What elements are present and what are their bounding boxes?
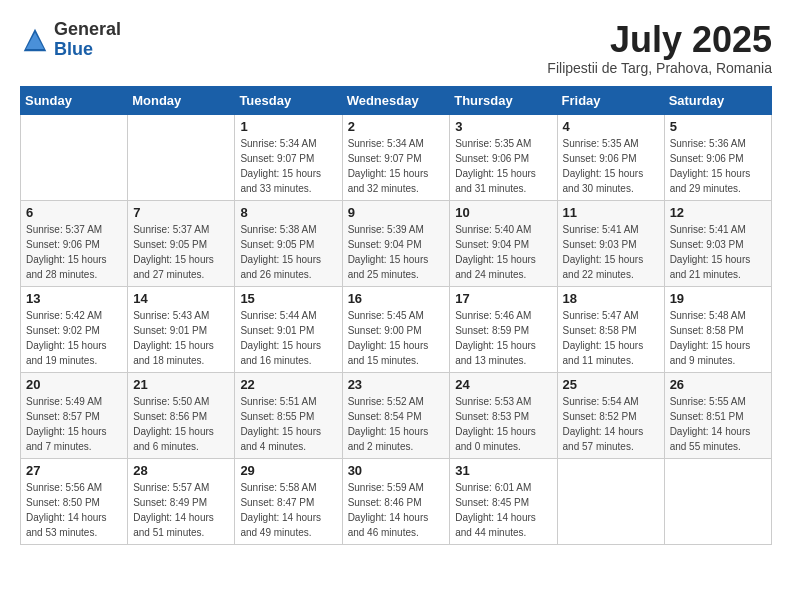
day-info: Sunrise: 6:01 AM Sunset: 8:45 PM Dayligh… <box>455 480 551 540</box>
day-info: Sunrise: 5:47 AM Sunset: 8:58 PM Dayligh… <box>563 308 659 368</box>
calendar-cell: 10Sunrise: 5:40 AM Sunset: 9:04 PM Dayli… <box>450 200 557 286</box>
day-info: Sunrise: 5:35 AM Sunset: 9:06 PM Dayligh… <box>455 136 551 196</box>
day-info: Sunrise: 5:52 AM Sunset: 8:54 PM Dayligh… <box>348 394 445 454</box>
day-info: Sunrise: 5:46 AM Sunset: 8:59 PM Dayligh… <box>455 308 551 368</box>
day-number: 24 <box>455 377 551 392</box>
day-number: 11 <box>563 205 659 220</box>
svg-marker-1 <box>26 32 44 49</box>
day-info: Sunrise: 5:57 AM Sunset: 8:49 PM Dayligh… <box>133 480 229 540</box>
day-info: Sunrise: 5:43 AM Sunset: 9:01 PM Dayligh… <box>133 308 229 368</box>
calendar-cell: 18Sunrise: 5:47 AM Sunset: 8:58 PM Dayli… <box>557 286 664 372</box>
day-info: Sunrise: 5:59 AM Sunset: 8:46 PM Dayligh… <box>348 480 445 540</box>
day-number: 23 <box>348 377 445 392</box>
calendar-week-1: 1Sunrise: 5:34 AM Sunset: 9:07 PM Daylig… <box>21 114 772 200</box>
day-number: 12 <box>670 205 766 220</box>
calendar-cell: 7Sunrise: 5:37 AM Sunset: 9:05 PM Daylig… <box>128 200 235 286</box>
logo: General Blue <box>20 20 121 60</box>
calendar-week-4: 20Sunrise: 5:49 AM Sunset: 8:57 PM Dayli… <box>21 372 772 458</box>
calendar-cell: 28Sunrise: 5:57 AM Sunset: 8:49 PM Dayli… <box>128 458 235 544</box>
day-number: 28 <box>133 463 229 478</box>
day-number: 3 <box>455 119 551 134</box>
calendar-cell: 9Sunrise: 5:39 AM Sunset: 9:04 PM Daylig… <box>342 200 450 286</box>
day-number: 31 <box>455 463 551 478</box>
day-number: 20 <box>26 377 122 392</box>
day-info: Sunrise: 5:42 AM Sunset: 9:02 PM Dayligh… <box>26 308 122 368</box>
calendar-week-5: 27Sunrise: 5:56 AM Sunset: 8:50 PM Dayli… <box>21 458 772 544</box>
column-header-monday: Monday <box>128 86 235 114</box>
calendar-cell: 17Sunrise: 5:46 AM Sunset: 8:59 PM Dayli… <box>450 286 557 372</box>
calendar-header-row: SundayMondayTuesdayWednesdayThursdayFrid… <box>21 86 772 114</box>
calendar-cell: 27Sunrise: 5:56 AM Sunset: 8:50 PM Dayli… <box>21 458 128 544</box>
day-info: Sunrise: 5:39 AM Sunset: 9:04 PM Dayligh… <box>348 222 445 282</box>
column-header-wednesday: Wednesday <box>342 86 450 114</box>
day-number: 4 <box>563 119 659 134</box>
calendar-cell: 31Sunrise: 6:01 AM Sunset: 8:45 PM Dayli… <box>450 458 557 544</box>
calendar-cell: 14Sunrise: 5:43 AM Sunset: 9:01 PM Dayli… <box>128 286 235 372</box>
calendar-cell: 12Sunrise: 5:41 AM Sunset: 9:03 PM Dayli… <box>664 200 771 286</box>
calendar-cell: 21Sunrise: 5:50 AM Sunset: 8:56 PM Dayli… <box>128 372 235 458</box>
calendar-cell: 26Sunrise: 5:55 AM Sunset: 8:51 PM Dayli… <box>664 372 771 458</box>
day-info: Sunrise: 5:37 AM Sunset: 9:06 PM Dayligh… <box>26 222 122 282</box>
day-info: Sunrise: 5:45 AM Sunset: 9:00 PM Dayligh… <box>348 308 445 368</box>
day-info: Sunrise: 5:54 AM Sunset: 8:52 PM Dayligh… <box>563 394 659 454</box>
day-info: Sunrise: 5:36 AM Sunset: 9:06 PM Dayligh… <box>670 136 766 196</box>
calendar-cell <box>128 114 235 200</box>
day-number: 15 <box>240 291 336 306</box>
logo-text: General Blue <box>54 20 121 60</box>
day-number: 21 <box>133 377 229 392</box>
location: Filipestii de Targ, Prahova, Romania <box>547 60 772 76</box>
day-info: Sunrise: 5:40 AM Sunset: 9:04 PM Dayligh… <box>455 222 551 282</box>
calendar-cell: 6Sunrise: 5:37 AM Sunset: 9:06 PM Daylig… <box>21 200 128 286</box>
column-header-friday: Friday <box>557 86 664 114</box>
day-info: Sunrise: 5:37 AM Sunset: 9:05 PM Dayligh… <box>133 222 229 282</box>
day-number: 9 <box>348 205 445 220</box>
day-number: 26 <box>670 377 766 392</box>
calendar-cell: 3Sunrise: 5:35 AM Sunset: 9:06 PM Daylig… <box>450 114 557 200</box>
calendar-cell: 15Sunrise: 5:44 AM Sunset: 9:01 PM Dayli… <box>235 286 342 372</box>
day-number: 30 <box>348 463 445 478</box>
day-number: 5 <box>670 119 766 134</box>
logo-icon <box>20 25 50 55</box>
day-number: 22 <box>240 377 336 392</box>
day-number: 6 <box>26 205 122 220</box>
day-number: 13 <box>26 291 122 306</box>
day-number: 10 <box>455 205 551 220</box>
calendar-cell: 5Sunrise: 5:36 AM Sunset: 9:06 PM Daylig… <box>664 114 771 200</box>
calendar-cell: 19Sunrise: 5:48 AM Sunset: 8:58 PM Dayli… <box>664 286 771 372</box>
day-number: 14 <box>133 291 229 306</box>
day-number: 29 <box>240 463 336 478</box>
day-info: Sunrise: 5:49 AM Sunset: 8:57 PM Dayligh… <box>26 394 122 454</box>
day-number: 16 <box>348 291 445 306</box>
calendar-cell: 25Sunrise: 5:54 AM Sunset: 8:52 PM Dayli… <box>557 372 664 458</box>
day-info: Sunrise: 5:58 AM Sunset: 8:47 PM Dayligh… <box>240 480 336 540</box>
calendar-cell: 13Sunrise: 5:42 AM Sunset: 9:02 PM Dayli… <box>21 286 128 372</box>
day-info: Sunrise: 5:38 AM Sunset: 9:05 PM Dayligh… <box>240 222 336 282</box>
calendar-cell: 8Sunrise: 5:38 AM Sunset: 9:05 PM Daylig… <box>235 200 342 286</box>
column-header-thursday: Thursday <box>450 86 557 114</box>
day-number: 8 <box>240 205 336 220</box>
day-number: 2 <box>348 119 445 134</box>
calendar-cell: 1Sunrise: 5:34 AM Sunset: 9:07 PM Daylig… <box>235 114 342 200</box>
calendar-cell: 20Sunrise: 5:49 AM Sunset: 8:57 PM Dayli… <box>21 372 128 458</box>
calendar-table: SundayMondayTuesdayWednesdayThursdayFrid… <box>20 86 772 545</box>
calendar-cell <box>557 458 664 544</box>
day-info: Sunrise: 5:34 AM Sunset: 9:07 PM Dayligh… <box>240 136 336 196</box>
day-number: 1 <box>240 119 336 134</box>
calendar-week-2: 6Sunrise: 5:37 AM Sunset: 9:06 PM Daylig… <box>21 200 772 286</box>
logo-general: General <box>54 20 121 40</box>
day-info: Sunrise: 5:53 AM Sunset: 8:53 PM Dayligh… <box>455 394 551 454</box>
calendar-cell: 11Sunrise: 5:41 AM Sunset: 9:03 PM Dayli… <box>557 200 664 286</box>
calendar-cell: 4Sunrise: 5:35 AM Sunset: 9:06 PM Daylig… <box>557 114 664 200</box>
day-number: 25 <box>563 377 659 392</box>
page-header: General Blue July 2025 Filipestii de Tar… <box>20 20 772 76</box>
day-info: Sunrise: 5:56 AM Sunset: 8:50 PM Dayligh… <box>26 480 122 540</box>
day-info: Sunrise: 5:35 AM Sunset: 9:06 PM Dayligh… <box>563 136 659 196</box>
calendar-cell <box>21 114 128 200</box>
day-info: Sunrise: 5:44 AM Sunset: 9:01 PM Dayligh… <box>240 308 336 368</box>
day-number: 27 <box>26 463 122 478</box>
logo-blue: Blue <box>54 40 121 60</box>
day-info: Sunrise: 5:48 AM Sunset: 8:58 PM Dayligh… <box>670 308 766 368</box>
column-header-saturday: Saturday <box>664 86 771 114</box>
day-number: 17 <box>455 291 551 306</box>
calendar-cell: 2Sunrise: 5:34 AM Sunset: 9:07 PM Daylig… <box>342 114 450 200</box>
